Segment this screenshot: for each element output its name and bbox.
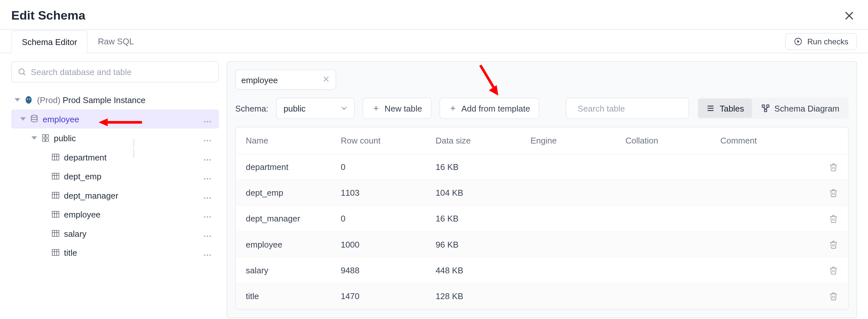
svg-rect-52 bbox=[762, 105, 764, 107]
schema-label: Schema: bbox=[235, 103, 269, 113]
delete-row-button[interactable] bbox=[815, 292, 838, 301]
delete-row-button[interactable] bbox=[815, 214, 838, 223]
svg-point-4 bbox=[19, 69, 24, 74]
close-button[interactable] bbox=[841, 8, 857, 24]
trash-icon bbox=[829, 214, 838, 223]
panel: employee Schema: public New table bbox=[227, 61, 857, 318]
db-filter-chip[interactable]: employee bbox=[235, 69, 336, 90]
tree-more-button[interactable]: … bbox=[201, 229, 214, 238]
svg-marker-10 bbox=[20, 117, 26, 120]
sidebar-search[interactable] bbox=[11, 61, 219, 82]
run-checks-label: Run checks bbox=[807, 37, 848, 46]
tree: (Prod) Prod Sample Instance employee … bbox=[11, 90, 219, 262]
play-circle-icon bbox=[794, 37, 803, 46]
tree-more-button[interactable]: … bbox=[201, 210, 214, 219]
new-table-button[interactable]: New table bbox=[363, 98, 431, 119]
tab-raw-sql[interactable]: Raw SQL bbox=[88, 30, 144, 53]
cell-row-count: 0 bbox=[341, 162, 436, 171]
svg-rect-25 bbox=[52, 192, 59, 198]
cell-data-size: 104 KB bbox=[436, 188, 531, 197]
db-filter-value: employee bbox=[242, 75, 318, 85]
search-icon bbox=[17, 67, 26, 76]
svg-rect-29 bbox=[52, 211, 59, 217]
tree-table-name: salary bbox=[64, 229, 201, 238]
caret-down-icon[interactable] bbox=[30, 134, 38, 142]
trash-icon bbox=[829, 240, 838, 249]
cell-data-size: 16 KB bbox=[436, 162, 531, 171]
cell-name: employee bbox=[246, 240, 341, 249]
table-row[interactable]: department 0 16 KB bbox=[236, 154, 848, 180]
schema-icon bbox=[40, 133, 51, 142]
add-from-template-label: Add from template bbox=[461, 103, 530, 113]
table-row[interactable]: employee 1000 96 KB bbox=[236, 231, 848, 257]
close-icon bbox=[322, 75, 330, 83]
sidebar: (Prod) Prod Sample Instance employee … bbox=[11, 61, 219, 318]
list-icon bbox=[706, 104, 715, 113]
cell-name: dept_manager bbox=[246, 214, 341, 223]
col-name: Name bbox=[246, 136, 341, 145]
schema-select[interactable]: public bbox=[276, 98, 355, 119]
table-row[interactable]: salary 9488 448 KB bbox=[236, 257, 848, 283]
delete-row-button[interactable] bbox=[815, 265, 838, 275]
cell-row-count: 1470 bbox=[341, 291, 436, 301]
tree-table-row[interactable]: dept_emp … bbox=[11, 167, 219, 186]
plus-icon bbox=[449, 104, 457, 112]
tree-table-row[interactable]: employee … bbox=[11, 205, 219, 224]
view-diagram-tab[interactable]: Schema Diagram bbox=[753, 99, 847, 118]
caret-down-icon[interactable] bbox=[19, 115, 27, 123]
caret-down-icon[interactable] bbox=[13, 96, 21, 104]
tree-schema-row[interactable]: public … bbox=[11, 129, 219, 148]
delete-row-button[interactable] bbox=[815, 162, 838, 171]
svg-point-7 bbox=[26, 96, 32, 104]
clear-filter-button[interactable] bbox=[322, 75, 330, 85]
tree-more-button[interactable]: … bbox=[201, 152, 214, 162]
cell-name: title bbox=[246, 291, 341, 301]
view-tables-tab[interactable]: Tables bbox=[698, 99, 752, 118]
tree-table-name: title bbox=[64, 248, 201, 257]
run-checks-button[interactable]: Run checks bbox=[785, 33, 857, 50]
new-table-label: New table bbox=[385, 103, 422, 113]
cell-row-count: 0 bbox=[341, 214, 436, 223]
trash-icon bbox=[829, 292, 838, 301]
table-icon bbox=[51, 191, 61, 200]
svg-rect-16 bbox=[46, 139, 48, 141]
add-from-template-button[interactable]: Add from template bbox=[439, 98, 540, 119]
tree-more-button[interactable]: … bbox=[201, 133, 214, 143]
svg-point-9 bbox=[29, 98, 30, 100]
cell-name: salary bbox=[246, 265, 341, 275]
svg-rect-33 bbox=[52, 230, 59, 236]
table-icon bbox=[51, 248, 61, 257]
svg-rect-54 bbox=[764, 109, 767, 111]
tab-schema-editor[interactable]: Schema Editor bbox=[11, 30, 88, 54]
cell-data-size: 128 KB bbox=[436, 291, 531, 301]
tree-table-row[interactable]: department … bbox=[11, 148, 219, 166]
svg-marker-3 bbox=[798, 40, 800, 43]
table-search-input[interactable] bbox=[578, 103, 684, 113]
tree-instance-row[interactable]: (Prod) Prod Sample Instance bbox=[11, 90, 219, 109]
cell-data-size: 448 KB bbox=[436, 265, 531, 275]
delete-row-button[interactable] bbox=[815, 188, 838, 197]
view-tables-label: Tables bbox=[719, 103, 744, 113]
table-row[interactable]: dept_manager 0 16 KB bbox=[236, 206, 848, 231]
cell-row-count: 1103 bbox=[341, 188, 436, 197]
tree-table-row[interactable]: dept_manager … bbox=[11, 186, 219, 204]
tree-database-row[interactable]: employee … bbox=[11, 109, 219, 128]
svg-rect-53 bbox=[767, 105, 769, 107]
col-data-size: Data size bbox=[436, 136, 531, 145]
tree-more-button[interactable]: … bbox=[201, 190, 214, 200]
tree-more-button[interactable]: … bbox=[201, 114, 214, 124]
tree-table-row[interactable]: title … bbox=[11, 243, 219, 262]
delete-row-button[interactable] bbox=[815, 240, 838, 249]
page-title: Edit Schema bbox=[11, 8, 85, 23]
tree-more-button[interactable]: … bbox=[201, 248, 214, 257]
sidebar-search-input[interactable] bbox=[31, 67, 213, 77]
instance-env-label: (Prod) bbox=[37, 95, 61, 105]
col-comment: Comment bbox=[720, 136, 815, 145]
table-row[interactable]: title 1470 128 KB bbox=[236, 283, 848, 309]
resize-handle[interactable] bbox=[132, 137, 135, 160]
table-row[interactable]: dept_emp 1103 104 KB bbox=[236, 180, 848, 206]
tree-more-button[interactable]: … bbox=[201, 171, 214, 181]
database-icon bbox=[29, 115, 39, 124]
table-search[interactable] bbox=[566, 98, 689, 119]
tree-table-row[interactable]: salary … bbox=[11, 224, 219, 243]
